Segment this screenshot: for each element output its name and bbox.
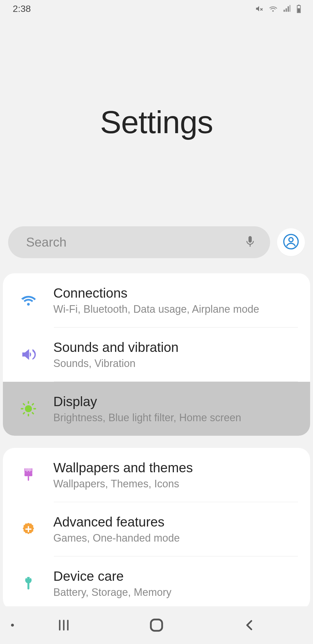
status-bar: 2:38 bbox=[0, 0, 313, 17]
settings-item-sounds[interactable]: Sounds and vibration Sounds, Vibration bbox=[3, 328, 310, 381]
item-subtitle: Sounds, Vibration bbox=[53, 357, 298, 370]
item-title: Connections bbox=[53, 285, 298, 301]
svg-rect-14 bbox=[151, 620, 162, 631]
settings-item-device-care[interactable]: Device care Battery, Storage, Memory bbox=[3, 556, 310, 610]
profile-icon bbox=[283, 234, 299, 251]
svg-line-10 bbox=[32, 413, 33, 414]
svg-line-12 bbox=[32, 404, 33, 405]
search-placeholder: Search bbox=[26, 235, 243, 249]
item-subtitle: Brightness, Blue light filter, Home scre… bbox=[53, 412, 298, 424]
brush-icon bbox=[15, 467, 42, 483]
item-title: Advanced features bbox=[53, 514, 298, 530]
signal-icon bbox=[283, 5, 291, 12]
item-title: Sounds and vibration bbox=[53, 339, 298, 355]
svg-line-11 bbox=[23, 413, 24, 414]
back-button[interactable] bbox=[226, 606, 272, 644]
profile-button[interactable] bbox=[277, 228, 305, 256]
search-row: Search bbox=[0, 226, 313, 258]
search-input[interactable]: Search bbox=[8, 226, 270, 258]
home-button[interactable] bbox=[133, 606, 180, 644]
svg-rect-1 bbox=[298, 8, 300, 12]
settings-group-2: Wallpapers and themes Wallpapers, Themes… bbox=[3, 448, 310, 610]
svg-rect-13 bbox=[25, 473, 32, 476]
svg-line-9 bbox=[23, 404, 24, 405]
nav-indicator-dot bbox=[11, 624, 14, 627]
settings-item-display[interactable]: Display Brightness, Blue light filter, H… bbox=[3, 382, 310, 436]
status-icons bbox=[255, 4, 301, 13]
settings-group-1: Connections Wi-Fi, Bluetooth, Data usage… bbox=[3, 273, 310, 436]
svg-rect-0 bbox=[298, 5, 299, 6]
gear-plus-icon bbox=[15, 522, 42, 537]
page-title: Settings bbox=[100, 104, 213, 140]
wifi-status-icon bbox=[268, 5, 278, 12]
item-title: Wallpapers and themes bbox=[53, 460, 298, 475]
item-subtitle: Games, One-handed mode bbox=[53, 532, 298, 544]
page-header: Settings bbox=[0, 17, 313, 226]
wrench-icon bbox=[15, 576, 42, 591]
battery-icon bbox=[296, 4, 301, 13]
speaker-icon bbox=[15, 348, 42, 361]
mic-icon[interactable] bbox=[243, 235, 257, 249]
item-subtitle: Battery, Storage, Memory bbox=[53, 586, 298, 598]
brightness-icon bbox=[15, 400, 42, 417]
settings-item-wallpapers[interactable]: Wallpapers and themes Wallpapers, Themes… bbox=[3, 448, 310, 502]
item-title: Display bbox=[53, 394, 298, 409]
svg-point-3 bbox=[289, 238, 293, 242]
svg-point-4 bbox=[25, 405, 32, 412]
settings-item-advanced[interactable]: Advanced features Games, One-handed mode bbox=[3, 502, 310, 556]
navigation-bar bbox=[0, 606, 313, 644]
status-time: 2:38 bbox=[13, 3, 31, 14]
item-subtitle: Wallpapers, Themes, Icons bbox=[53, 478, 298, 490]
recents-button[interactable] bbox=[41, 606, 87, 644]
item-title: Device care bbox=[53, 568, 298, 584]
wifi-icon bbox=[15, 294, 42, 307]
item-subtitle: Wi-Fi, Bluetooth, Data usage, Airplane m… bbox=[53, 303, 298, 315]
settings-item-connections[interactable]: Connections Wi-Fi, Bluetooth, Data usage… bbox=[3, 273, 310, 327]
mute-vibrate-icon bbox=[255, 5, 263, 13]
